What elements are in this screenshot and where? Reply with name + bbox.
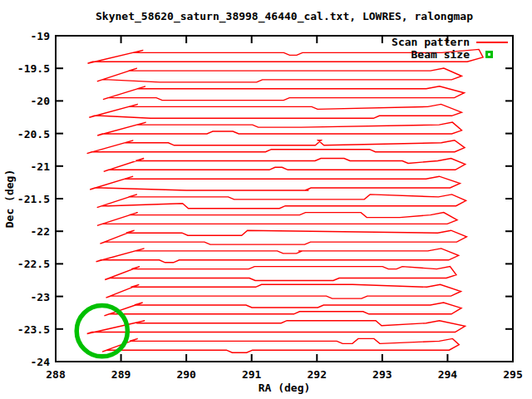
x-tick-label: 294 — [438, 368, 458, 381]
y-axis-label: Dec (deg) — [3, 170, 16, 228]
x-tick-label: 289 — [111, 368, 131, 381]
gnuplot-window: 288289290291292293294295 -19-19.5-20-20.… — [0, 0, 532, 399]
x-tick-label: 290 — [176, 368, 196, 381]
scan-pattern-path — [87, 49, 483, 352]
x-tick-label: 288 — [46, 368, 66, 381]
legend-beam-size-marker — [485, 51, 493, 58]
y-tick-label: -22.5 — [17, 258, 50, 270]
beam-marker-hole — [488, 53, 490, 56]
scan-pattern-chart: 288289290291292293294295 -19-19.5-20-20.… — [0, 0, 532, 399]
y-tick-label: -22 — [31, 225, 50, 238]
x-tick-label: 293 — [372, 368, 392, 381]
legend-label-beam-size: Beam size — [411, 48, 470, 61]
x-axis-label: RA (deg) — [259, 382, 311, 394]
beam-size-circle — [76, 306, 127, 357]
x-tick-label: 291 — [242, 368, 262, 381]
y-tick-label: -24 — [31, 356, 51, 368]
y-tick-label: -23.5 — [17, 323, 50, 336]
legend-label-scan-pattern: Scan pattern — [392, 36, 470, 48]
x-tick-label: 295 — [503, 368, 522, 381]
x-tick-label: 292 — [308, 368, 327, 381]
y-tick-label: -20.5 — [17, 128, 50, 140]
x-axis-ticks: 288289290291292293294295 — [46, 37, 522, 381]
y-tick-label: -23 — [31, 291, 50, 303]
y-tick-label: -20 — [31, 95, 51, 107]
y-tick-label: -21 — [31, 160, 51, 173]
y-tick-label: -19 — [31, 30, 50, 42]
y-tick-label: -21.5 — [17, 193, 50, 205]
legend: Scan pattern Beam size — [392, 36, 508, 61]
y-tick-label: -19.5 — [17, 62, 50, 75]
chart-title: Skynet_58620_saturn_38998_46440_cal.txt,… — [96, 10, 473, 23]
